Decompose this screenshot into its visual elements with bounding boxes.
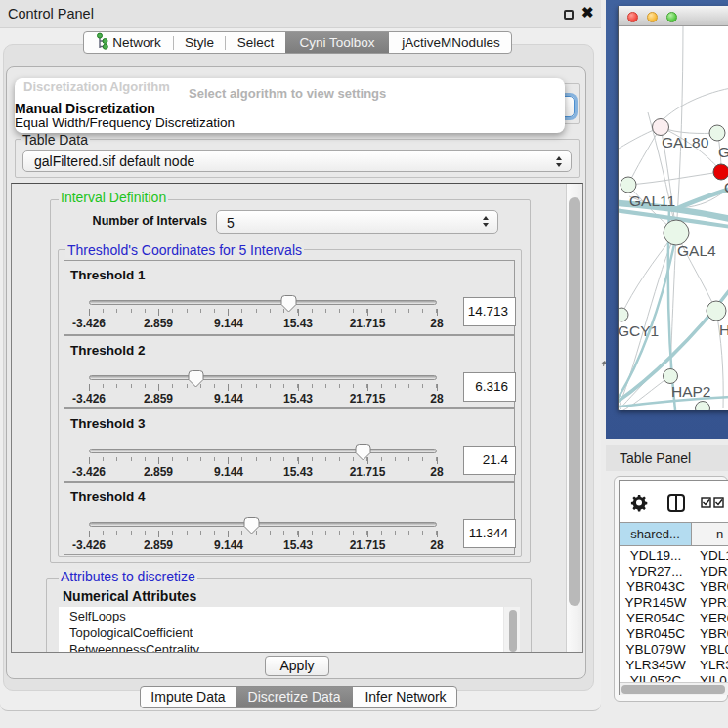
svg-text:GA: GA bbox=[718, 144, 728, 160]
svg-text:GCY1: GCY1 bbox=[619, 322, 659, 339]
svg-text:GAL80: GAL80 bbox=[662, 134, 709, 150]
svg-text:C: C bbox=[724, 179, 728, 195]
svg-text:H: H bbox=[719, 321, 728, 338]
svg-text:GAL4: GAL4 bbox=[677, 242, 716, 259]
svg-text:GAL11: GAL11 bbox=[629, 193, 675, 209]
svg-text:HAP2: HAP2 bbox=[671, 383, 711, 400]
